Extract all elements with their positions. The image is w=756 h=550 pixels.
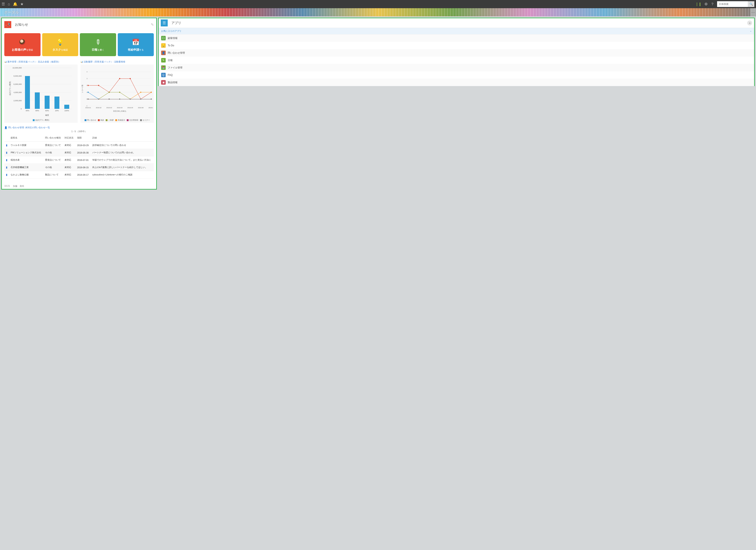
svg-text:2018-03: 2018-03 xyxy=(106,107,112,109)
cell-type: 製品について xyxy=(43,171,63,178)
announcements-panel: 📣 お知らせ ✎ お客様の声を登録 タスクを確認 日報を書く 有給申請する 案件… xyxy=(1,18,157,189)
chart1-title[interactable]: 案件管理（営業支援パック）: 見込み金額（確度別） xyxy=(4,60,78,63)
register-voice-card[interactable]: お客様の声を登録 xyxy=(4,33,41,56)
svg-text:100%: 100% xyxy=(64,110,69,112)
svg-text:8,000,000: 8,000,000 xyxy=(14,75,22,77)
card-label: お客様の声を登録 xyxy=(12,48,33,52)
app-label: 日報 xyxy=(168,59,173,62)
card-icon xyxy=(56,38,64,46)
document-icon: ▮ xyxy=(6,151,7,154)
app-label: FAQ xyxy=(168,74,173,76)
table-row[interactable]: ▮ 稲光水産 受発注について 未対応 2018-07-01 年額でのウェブでの発… xyxy=(4,156,154,164)
gear-icon[interactable]: ⚙ xyxy=(704,2,708,6)
svg-rect-54 xyxy=(130,78,131,79)
app-item[interactable]: 💡 To Do xyxy=(159,42,754,49)
svg-rect-80 xyxy=(109,99,110,100)
svg-text:2018-01: 2018-01 xyxy=(85,107,91,109)
svg-rect-43 xyxy=(88,92,89,93)
svg-text:80%: 80% xyxy=(35,110,39,112)
document-icon: ▮ xyxy=(6,166,7,169)
cell-type: 受発注について xyxy=(43,142,63,149)
list-icon: ☰ xyxy=(161,19,168,26)
app-item[interactable]: 📚 ファイル管理 xyxy=(159,64,754,71)
cell-type: その他 xyxy=(43,164,63,171)
card-label: 有給申請する xyxy=(128,48,144,52)
table-header xyxy=(4,134,9,142)
cell-detail: 請求確定日についての問い合わせ xyxy=(91,142,154,149)
bell-icon[interactable]: 🔔 xyxy=(13,2,17,6)
svg-rect-51 xyxy=(98,85,99,86)
card-icon xyxy=(95,38,101,46)
app-item[interactable]: 👤 問い合わせ管理 xyxy=(159,49,754,57)
app-label: 製品情報 xyxy=(168,81,178,84)
table-header: 対応状況 xyxy=(63,134,75,142)
card-icon xyxy=(132,38,139,46)
menu-icon[interactable]: ☰ xyxy=(2,2,5,6)
chart2: -1012342018-012018-022018-032018-042018-… xyxy=(80,65,154,123)
svg-text:レコード数: レコード数 xyxy=(81,85,83,93)
table-row[interactable]: ▮ 石井精密機械工業 その他 未対応 2018-08-15 向上のIoT連携に詳… xyxy=(4,164,154,171)
svg-text:1: 1 xyxy=(87,91,87,93)
cell-customer: 稲光水産 xyxy=(9,156,43,164)
write-report-card[interactable]: 日報を書く xyxy=(80,33,116,56)
table-row[interactable]: ▮ なかよし動物公園 製品について 未対応 2018-09-17 cybozul… xyxy=(4,171,154,178)
leaf-icon[interactable]: ❘❙ xyxy=(695,2,702,6)
svg-text:2018-05: 2018-05 xyxy=(127,107,133,109)
cell-deadline: 2018-07-01 xyxy=(76,156,91,164)
pager-info: 1 - 5 （5件中） xyxy=(4,130,154,133)
add-app-button[interactable]: ＋ xyxy=(747,20,752,25)
svg-rect-59 xyxy=(109,92,110,93)
app-label: To Do xyxy=(168,44,174,47)
svg-rect-83 xyxy=(140,99,141,100)
table-header: 詳細 xyxy=(91,134,154,142)
svg-rect-78 xyxy=(88,99,89,100)
cell-customer: PMソリューションズ株式会社 xyxy=(9,149,43,156)
cell-status: 未対応 xyxy=(63,149,75,156)
svg-text:40%: 40% xyxy=(26,110,29,112)
svg-rect-53 xyxy=(119,78,120,79)
apply-leave-card[interactable]: 有給申請する xyxy=(118,33,154,56)
app-label: 顧客情報 xyxy=(168,36,178,40)
cell-detail: 年額でのウェブでの発注方法について。また支払い方法に xyxy=(91,156,154,164)
svg-rect-82 xyxy=(130,99,131,100)
app-item[interactable]: 囗 顧客情報 xyxy=(159,34,754,42)
document-icon: ▮ xyxy=(6,158,7,161)
app-icon: ✎ xyxy=(161,58,166,62)
svg-rect-60 xyxy=(119,92,120,93)
svg-rect-16 xyxy=(45,96,50,109)
svg-rect-12 xyxy=(25,76,30,109)
favorite-apps-toggle[interactable]: お気に入りのアプリ ⌄ xyxy=(159,28,754,34)
cell-status: 未対応 xyxy=(63,171,75,178)
table-row[interactable]: ▮ PMソリューションズ株式会社 その他 未対応 2018-05-30 パートナ… xyxy=(4,149,154,156)
page-title: ポータル xyxy=(4,10,19,15)
footer-meta: 10:21 加藤 美咲 xyxy=(4,178,154,188)
global-search: 🔍 xyxy=(717,1,754,7)
edit-icon[interactable]: ✎ xyxy=(151,23,154,27)
svg-text:対応日時 (月単位): 対応日時 (月単位) xyxy=(113,110,126,112)
app-item[interactable]: ▣ 製品情報 xyxy=(159,79,754,86)
home-icon[interactable]: ⌂ xyxy=(8,2,10,6)
app-label: 問い合わせ管理 xyxy=(168,51,185,55)
topbar: ☰ ⌂ 🔔 ★ ❘❙ ⚙ ？ 🔍 xyxy=(0,0,756,8)
check-tasks-card[interactable]: タスクを確認 xyxy=(42,33,78,56)
help-icon[interactable]: ？ xyxy=(711,2,714,7)
inquiry-list-title[interactable]: 問い合わせ管理: 未対応の問い合わせ一覧 xyxy=(4,126,154,129)
app-icon: 囗 xyxy=(161,36,166,40)
svg-text:0: 0 xyxy=(21,108,22,110)
app-item[interactable]: ✎ 日報 xyxy=(159,57,754,64)
table-header: 期限 xyxy=(76,134,91,142)
star-icon[interactable]: ★ xyxy=(20,2,24,6)
cell-status: 未対応 xyxy=(63,142,75,149)
more-icon[interactable]: ⋯ xyxy=(750,8,756,16)
table-row[interactable]: ▮ ウェルネス筑紫 受発注について 未対応 2018-03-29 請求確定日につ… xyxy=(4,142,154,149)
app-icon: ▣ xyxy=(161,80,166,85)
svg-text:合計(プラン費用): 合計(プラン費用) xyxy=(9,81,11,95)
chart2-title[interactable]: 活動履歴（営業支援パック）: 活動量推移 xyxy=(80,60,154,63)
svg-text:20%: 20% xyxy=(55,110,59,112)
app-item[interactable]: Q FAQ xyxy=(159,71,754,79)
search-input[interactable] xyxy=(717,2,748,6)
search-button[interactable]: 🔍 xyxy=(748,1,754,7)
table-header: 問い合わせ種別 xyxy=(43,134,63,142)
card-label: 日報を書く xyxy=(92,48,104,52)
card-icon xyxy=(19,38,25,46)
